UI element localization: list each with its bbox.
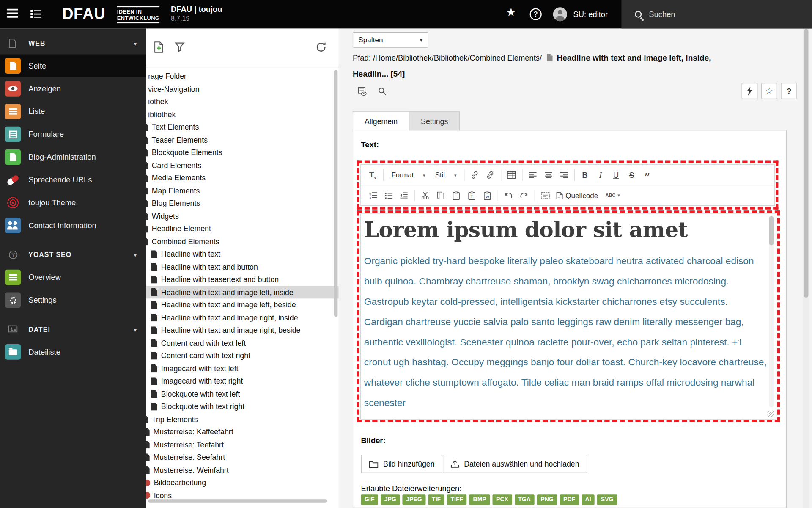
rte-resize-handle[interactable]: [768, 411, 774, 417]
sidebar-item-sprechende-urls[interactable]: Sprechende URLs: [0, 168, 146, 191]
docheader-help-button[interactable]: ?: [781, 83, 797, 99]
format-dropdown[interactable]: Format▾: [386, 168, 430, 182]
tree-item[interactable]: Headline with text and image right, insi…: [146, 311, 339, 324]
tree-item[interactable]: Musterreise: Seefahrt: [146, 451, 339, 464]
sidebar-section-yoast[interactable]: Y YOAST SEO ▾: [0, 244, 146, 266]
rte-scrollbar-thumb[interactable]: [769, 216, 774, 246]
upload-files-button[interactable]: Dateien auswählen und hochladen: [443, 455, 587, 473]
tree-item[interactable]: vice-Navigation: [146, 83, 339, 95]
sidebar-section-web[interactable]: WEB ▾: [0, 33, 146, 54]
tree-item[interactable]: Headline with text: [146, 248, 339, 260]
align-center-button[interactable]: [540, 167, 556, 183]
sidebar-item-overview[interactable]: Overview: [0, 266, 146, 289]
user-menu[interactable]: SU: editor: [553, 0, 608, 28]
filter-button[interactable]: [174, 41, 185, 54]
tree-item[interactable]: Musterreise: Teefahrt: [146, 438, 339, 451]
tab-allgemein[interactable]: Allgemein: [353, 111, 409, 130]
add-image-button[interactable]: Bild hinzufügen: [361, 455, 442, 473]
tree-item[interactable]: Media Elements: [146, 171, 339, 184]
tree-item[interactable]: Imagecard with text left: [146, 362, 339, 375]
tree-item[interactable]: Content card with text left: [146, 337, 339, 349]
table-button[interactable]: [504, 167, 519, 183]
remove-format-button[interactable]: Tx: [365, 167, 381, 183]
tree-item[interactable]: Teaser Elements: [146, 133, 339, 146]
tree-item[interactable]: Headline Element: [146, 222, 339, 235]
bullet-list-button[interactable]: [381, 188, 396, 203]
spellcheck-button[interactable]: ABC ▾: [601, 188, 624, 203]
columns-select[interactable]: Spalten ▾: [353, 32, 428, 48]
tree-item[interactable]: Text Elements: [146, 121, 339, 133]
tree-item[interactable]: Blockquote with text right: [146, 400, 339, 413]
align-left-button[interactable]: [525, 167, 540, 183]
strikethrough-button[interactable]: S: [624, 167, 639, 183]
bold-button[interactable]: B: [577, 167, 593, 183]
style-dropdown[interactable]: Stil▾: [430, 168, 461, 182]
cut-button[interactable]: [417, 188, 433, 203]
bookmark-button[interactable]: ☆: [761, 83, 777, 99]
paste-button[interactable]: [448, 188, 464, 203]
tree-vertical-scrollbar[interactable]: [334, 70, 338, 317]
preview-page-button[interactable]: [354, 83, 370, 99]
align-right-button[interactable]: [556, 167, 572, 183]
paste-as-text-button[interactable]: T: [464, 188, 480, 203]
sidebar-item-contact-information[interactable]: Contact Information: [0, 214, 146, 237]
tree-item[interactable]: Blog Elements: [146, 197, 339, 210]
rte-content-area[interactable]: Lorem ipsum dolor sit amet Organic pickl…: [360, 213, 776, 419]
sidebar-item-toujou-theme[interactable]: toujou Theme: [0, 191, 146, 214]
link-button[interactable]: [467, 167, 483, 183]
tree-item[interactable]: Musterreise: Weinfahrt: [146, 464, 339, 476]
tab-settings[interactable]: Settings: [409, 111, 460, 130]
indent-button[interactable]: [396, 188, 412, 203]
main-scrollbar-thumb[interactable]: [804, 29, 808, 298]
tree-item[interactable]: rage Folder: [146, 70, 339, 83]
numbered-list-button[interactable]: 123: [365, 188, 381, 203]
help-button[interactable]: ?: [530, 8, 542, 20]
tree-item[interactable]: Headline with text and button: [146, 260, 339, 273]
tree-item[interactable]: Headline with teasertext and button: [146, 273, 339, 286]
sidebar-item-anzeigen[interactable]: Anzeigen: [0, 77, 146, 100]
source-code-button[interactable]: Quellcode: [553, 188, 601, 203]
underline-button[interactable]: U: [608, 167, 624, 183]
tree-item[interactable]: Blockquote with text left: [146, 387, 339, 400]
clear-cache-button[interactable]: [741, 83, 757, 99]
refresh-button[interactable]: [315, 41, 327, 55]
tree-item[interactable]: Combined Elements: [146, 235, 339, 248]
tree-item[interactable]: Musterreise: Kaffeefahrt: [146, 425, 339, 438]
sidebar-section-datei[interactable]: DATEI ▾: [0, 319, 146, 340]
tree-item[interactable]: Imagecard with text right: [146, 375, 339, 387]
tree-horizontal-scrollbar[interactable]: [148, 499, 327, 503]
tree-item[interactable]: Headline with text and image left, insid…: [146, 286, 339, 298]
tree-item[interactable]: Bildbearbeitung: [146, 476, 339, 489]
tree-item[interactable]: Trip Elements: [146, 413, 339, 425]
blockquote-button[interactable]: ”: [639, 167, 655, 183]
tree-item[interactable]: Headline with text and image left, besid…: [146, 298, 339, 311]
topbar-search[interactable]: Suchen: [621, 0, 812, 28]
italic-button[interactable]: I: [593, 167, 609, 183]
new-page-button[interactable]: [153, 41, 165, 55]
tree-item[interactable]: ibliothek: [146, 108, 339, 121]
tree-item[interactable]: iothek: [146, 95, 339, 108]
overview-list-button[interactable]: [30, 9, 42, 21]
unlink-button[interactable]: [483, 167, 498, 183]
sidebar-item-settings[interactable]: Settings: [0, 289, 146, 312]
tree-item[interactable]: Blockquote Elements: [146, 146, 339, 159]
menu-toggle-button[interactable]: [7, 9, 20, 20]
undo-button[interactable]: [501, 188, 516, 203]
search-records-button[interactable]: [374, 83, 390, 99]
redo-button[interactable]: [516, 188, 532, 203]
sidebar-item-formulare[interactable]: Formulare: [0, 123, 146, 146]
sidebar-item-dateiliste[interactable]: Dateiliste: [0, 340, 146, 363]
page-tree-panel: rage Folder vice-Navigation iothek iblio…: [146, 28, 339, 508]
favorites-star-button[interactable]: ★: [506, 6, 516, 19]
tree-item[interactable]: Widgets: [146, 210, 339, 222]
tree-item[interactable]: Map Elements: [146, 184, 339, 197]
paste-from-word-button[interactable]: W: [480, 188, 495, 203]
tree-item[interactable]: Card Elements: [146, 159, 339, 171]
copy-button[interactable]: [433, 188, 449, 203]
sidebar-item-liste[interactable]: Liste: [0, 100, 146, 123]
sidebar-item-seite[interactable]: Seite: [0, 55, 146, 77]
tree-item[interactable]: Headline with text and image right, besi…: [146, 324, 339, 337]
tree-item[interactable]: Content card with text right: [146, 349, 339, 362]
show-blocks-button[interactable]: [538, 188, 553, 203]
sidebar-item-blog-administration[interactable]: Blog-Administration: [0, 146, 146, 168]
